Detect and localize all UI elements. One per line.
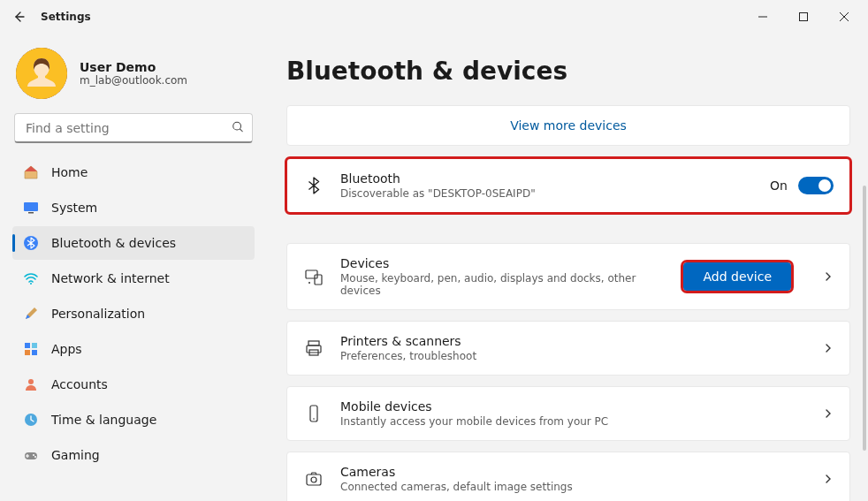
- gamepad-icon: [23, 447, 39, 463]
- close-icon: [840, 12, 849, 21]
- nav-label: Accounts: [51, 377, 108, 391]
- main-content: Bluetooth & devices View more devices Bl…: [265, 34, 868, 501]
- nav-item-accounts[interactable]: Accounts: [12, 368, 255, 401]
- svg-rect-19: [308, 341, 319, 345]
- mobile-title: Mobile devices: [340, 399, 807, 414]
- bluetooth-toggle-card[interactable]: Bluetooth Discoverable as "DESKTOP-0SEAI…: [286, 158, 850, 213]
- chevron-right-icon: [823, 406, 834, 422]
- scrollbar[interactable]: [863, 186, 866, 451]
- svg-rect-20: [307, 345, 321, 353]
- search-input[interactable]: [14, 113, 253, 143]
- wifi-icon: [23, 270, 39, 286]
- maximize-button[interactable]: [783, 3, 824, 31]
- bluetooth-toggle[interactable]: [798, 177, 834, 194]
- phone-icon: [303, 404, 324, 423]
- maximize-icon: [799, 12, 808, 21]
- system-icon: [23, 200, 39, 216]
- search-icon: [232, 120, 244, 137]
- devices-card[interactable]: Devices Mouse, keyboard, pen, audio, dis…: [286, 243, 850, 310]
- brush-icon: [23, 306, 39, 322]
- svg-rect-17: [315, 275, 322, 285]
- cameras-title: Cameras: [340, 465, 807, 479]
- nav-item-home[interactable]: Home: [12, 156, 255, 189]
- nav-label: Time & language: [51, 413, 156, 427]
- nav-label: System: [51, 201, 97, 215]
- printers-subtitle: Preferences, troubleshoot: [340, 350, 807, 362]
- add-device-button[interactable]: Add device: [683, 262, 791, 291]
- nav-item-bluetooth[interactable]: Bluetooth & devices: [12, 226, 255, 260]
- nav-label: Gaming: [51, 448, 100, 462]
- nav-item-gaming[interactable]: Gaming: [12, 438, 255, 472]
- arrow-left-icon: [12, 10, 27, 24]
- bluetooth-title: Bluetooth: [340, 171, 754, 186]
- close-button[interactable]: [824, 3, 864, 31]
- nav-item-personalization[interactable]: Personalization: [12, 297, 255, 330]
- svg-rect-9: [25, 350, 30, 355]
- profile-name: User Demo: [80, 60, 187, 74]
- person-icon: [23, 376, 39, 392]
- devices-icon: [303, 267, 324, 286]
- svg-point-2: [233, 122, 241, 130]
- svg-rect-4: [28, 212, 34, 214]
- bluetooth-icon: [23, 235, 39, 251]
- chevron-right-icon: [823, 471, 834, 488]
- svg-rect-7: [25, 343, 30, 348]
- back-button[interactable]: [4, 1, 35, 33]
- minimize-button[interactable]: [742, 3, 783, 31]
- devices-subtitle: Mouse, keyboard, pen, audio, displays an…: [340, 272, 667, 297]
- globe-clock-icon: [23, 412, 39, 428]
- chevron-right-icon: [823, 340, 834, 357]
- search-box: [14, 113, 253, 143]
- mobile-subtitle: Instantly access your mobile devices fro…: [340, 415, 807, 428]
- svg-rect-8: [32, 343, 37, 348]
- svg-point-6: [30, 283, 32, 285]
- nav-label: Bluetooth & devices: [51, 236, 176, 250]
- svg-point-14: [33, 454, 34, 456]
- view-more-label: View more devices: [510, 118, 627, 133]
- svg-point-15: [34, 456, 36, 458]
- svg-point-11: [28, 379, 34, 384]
- svg-rect-0: [800, 13, 808, 21]
- window-title: Settings: [41, 11, 91, 23]
- mobile-devices-card[interactable]: Mobile devices Instantly access your mob…: [286, 386, 850, 441]
- svg-point-18: [308, 282, 310, 284]
- profile-block[interactable]: User Demo m_lab@outlook.com: [16, 48, 251, 99]
- avatar: [16, 48, 67, 99]
- printers-title: Printers & scanners: [340, 334, 807, 348]
- sidebar: User Demo m_lab@outlook.com Home System …: [0, 34, 265, 501]
- nav-item-time[interactable]: Time & language: [12, 403, 255, 436]
- nav-item-network[interactable]: Network & internet: [12, 262, 255, 295]
- nav-item-system[interactable]: System: [12, 191, 255, 224]
- window-controls: [742, 3, 864, 31]
- toggle-state-label: On: [770, 178, 788, 193]
- nav-label: Network & internet: [51, 271, 170, 285]
- devices-title: Devices: [340, 256, 667, 270]
- nav-label: Apps: [51, 342, 82, 356]
- svg-point-23: [313, 418, 315, 420]
- svg-rect-24: [307, 474, 321, 485]
- nav-label: Personalization: [51, 307, 145, 321]
- cameras-card[interactable]: Cameras Connected cameras, default image…: [286, 452, 850, 501]
- apps-icon: [23, 341, 39, 357]
- minimize-icon: [758, 12, 767, 21]
- svg-rect-10: [32, 350, 37, 355]
- chevron-right-icon: [823, 269, 834, 285]
- nav-item-apps[interactable]: Apps: [12, 332, 255, 366]
- printers-card[interactable]: Printers & scanners Preferences, trouble…: [286, 321, 850, 376]
- nav-list: Home System Bluetooth & devices Network …: [12, 156, 255, 472]
- profile-email: m_lab@outlook.com: [80, 74, 187, 87]
- cameras-subtitle: Connected cameras, default image setting…: [340, 481, 807, 493]
- view-more-devices-link[interactable]: View more devices: [286, 105, 850, 146]
- nav-label: Home: [51, 165, 88, 179]
- svg-point-25: [311, 477, 316, 482]
- printer-icon: [303, 338, 324, 358]
- titlebar: Settings: [0, 0, 868, 34]
- camera-icon: [303, 469, 324, 489]
- home-icon: [23, 164, 39, 180]
- page-title: Bluetooth & devices: [286, 57, 850, 86]
- bluetooth-icon: [303, 177, 324, 194]
- svg-rect-3: [24, 202, 38, 211]
- bluetooth-subtitle: Discoverable as "DESKTOP-0SEAIPD": [340, 187, 754, 200]
